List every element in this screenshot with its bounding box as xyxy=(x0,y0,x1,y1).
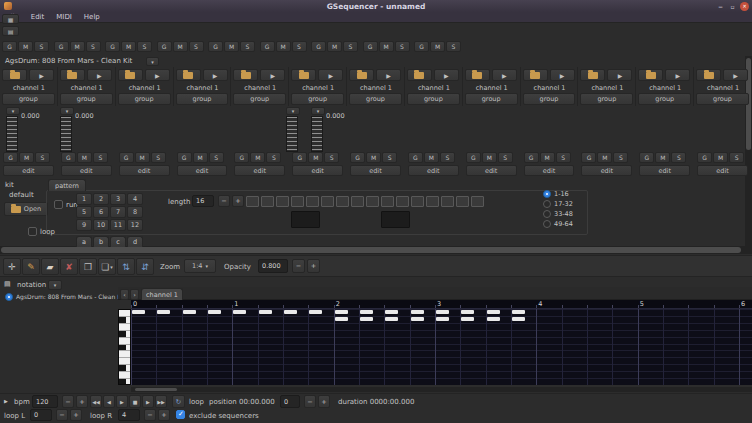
gms-g-button[interactable]: G xyxy=(414,41,429,52)
scrollbar-thumb[interactable] xyxy=(135,388,177,391)
note[interactable] xyxy=(436,317,449,321)
machines-hscrollbar[interactable] xyxy=(0,246,745,254)
gms-s-button[interactable]: S xyxy=(395,41,410,52)
note[interactable] xyxy=(411,317,424,321)
level-meter[interactable] xyxy=(311,116,323,152)
gms-s-button[interactable]: S xyxy=(324,152,339,163)
pad-button-6[interactable]: 6 xyxy=(93,206,109,218)
pattern-active-block[interactable] xyxy=(291,211,320,228)
gms-g-button[interactable]: G xyxy=(311,41,326,52)
piano-key-black[interactable] xyxy=(119,317,130,324)
group-button[interactable]: group xyxy=(291,93,344,105)
group-button[interactable]: group xyxy=(349,93,402,105)
pattern-cell[interactable] xyxy=(321,196,334,207)
open-button[interactable]: Open xyxy=(4,202,48,216)
gms-g-button[interactable]: G xyxy=(524,152,539,163)
length-minus-button[interactable]: − xyxy=(218,195,230,207)
pattern-cell[interactable] xyxy=(261,196,274,207)
group-button[interactable]: group xyxy=(233,93,286,105)
gms-s-button[interactable]: S xyxy=(556,152,571,163)
minimize-button[interactable]: − xyxy=(716,2,725,11)
gms-g-button[interactable]: G xyxy=(697,152,712,163)
zoom-select[interactable]: 1:4 ▾ xyxy=(184,259,216,273)
fader-caret-icon[interactable]: ▾ xyxy=(286,107,300,115)
group-button[interactable]: group xyxy=(523,93,576,105)
gms-m-button[interactable]: M xyxy=(366,152,381,163)
channel-play-button[interactable]: ▶ xyxy=(260,69,285,81)
menu-edit[interactable]: Edit xyxy=(26,13,50,21)
gms-s-button[interactable]: S xyxy=(93,152,108,163)
transport-expander-icon[interactable]: ▶ xyxy=(4,398,8,404)
invert-button[interactable]: ⇅ xyxy=(117,258,135,275)
note[interactable] xyxy=(157,310,170,314)
stop-button[interactable]: ■ xyxy=(129,395,141,408)
bank-radio-17-32[interactable] xyxy=(543,200,551,208)
gms-g-button[interactable]: G xyxy=(350,152,365,163)
gms-s-button[interactable]: S xyxy=(137,41,152,52)
channel-play-button[interactable]: ▶ xyxy=(203,69,228,81)
group-button[interactable]: group xyxy=(580,93,633,105)
edit-button[interactable]: edit xyxy=(3,165,54,176)
gms-s-button[interactable]: S xyxy=(671,152,686,163)
pattern-cell[interactable] xyxy=(366,196,379,207)
sample-open-button[interactable] xyxy=(2,69,27,81)
piano-key-black[interactable] xyxy=(119,345,130,352)
rewind-button[interactable]: ◀◀ xyxy=(90,395,102,408)
bank-tab-c[interactable]: c xyxy=(110,236,126,247)
channel-play-button[interactable]: ▶ xyxy=(723,69,748,81)
note[interactable] xyxy=(461,310,474,314)
loop-r-minus-button[interactable]: − xyxy=(144,409,156,421)
edit-button[interactable]: edit xyxy=(292,165,343,176)
pattern-cell[interactable] xyxy=(306,196,319,207)
pattern-cell[interactable] xyxy=(291,196,304,207)
pattern-cell[interactable] xyxy=(411,196,424,207)
gms-m-button[interactable]: M xyxy=(173,41,188,52)
notation-caret-icon[interactable]: ▾ xyxy=(48,280,62,290)
paste-button[interactable]: ❏▾ xyxy=(98,258,116,275)
tab-prev-button[interactable]: ‹ xyxy=(120,289,129,300)
channel-play-button[interactable]: ▶ xyxy=(492,69,517,81)
gms-s-button[interactable]: S xyxy=(86,41,101,52)
gms-s-button[interactable]: S xyxy=(292,41,307,52)
loop-l-value[interactable]: 0 xyxy=(30,409,52,421)
pattern-cell[interactable] xyxy=(336,196,349,207)
edit-button[interactable]: edit xyxy=(350,165,401,176)
pad-button-9[interactable]: 9 xyxy=(76,219,92,231)
loop-l-minus-button[interactable]: − xyxy=(56,409,68,421)
gms-s-button[interactable]: S xyxy=(729,152,744,163)
channel-play-button[interactable]: ▶ xyxy=(29,69,54,81)
position-plus-button[interactable]: + xyxy=(318,395,330,408)
tools-button[interactable]: ⇵ xyxy=(136,258,154,275)
opacity-plus-button[interactable]: + xyxy=(307,259,320,273)
piano-key-white[interactable] xyxy=(119,324,130,331)
gms-g-button[interactable]: G xyxy=(363,41,378,52)
edit-button[interactable]: edit xyxy=(581,165,632,176)
edit-button[interactable]: edit xyxy=(524,165,575,176)
gms-g-button[interactable]: G xyxy=(208,41,223,52)
position-minus-button[interactable]: − xyxy=(304,395,316,408)
scrollbar-thumb[interactable] xyxy=(1,247,741,253)
pattern-cell[interactable] xyxy=(381,196,394,207)
fader-caret-icon[interactable]: ▾ xyxy=(6,107,20,115)
fader-caret-icon[interactable]: ▾ xyxy=(60,107,74,115)
bank-tab-d[interactable]: d xyxy=(127,236,143,247)
loop-r-value[interactable]: 4 xyxy=(118,409,140,421)
note[interactable] xyxy=(436,310,449,314)
gms-g-button[interactable]: G xyxy=(54,41,69,52)
gms-s-button[interactable]: S xyxy=(440,152,455,163)
gms-g-button[interactable]: G xyxy=(408,152,423,163)
machine-radio[interactable] xyxy=(5,293,13,301)
pad-button-8[interactable]: 8 xyxy=(127,206,143,218)
gms-g-button[interactable]: G xyxy=(177,152,192,163)
piano-key-black[interactable] xyxy=(119,379,130,385)
gms-s-button[interactable]: S xyxy=(189,41,204,52)
pattern-cell[interactable] xyxy=(426,196,439,207)
fader-caret-icon[interactable]: ▾ xyxy=(311,107,325,115)
loop-checkbox[interactable] xyxy=(28,227,37,236)
piano-key-white[interactable] xyxy=(119,358,130,365)
gms-m-button[interactable]: M xyxy=(250,152,265,163)
sample-open-button[interactable] xyxy=(465,69,490,81)
note[interactable] xyxy=(335,310,348,314)
gms-g-button[interactable]: G xyxy=(639,152,654,163)
pad-button-11[interactable]: 11 xyxy=(110,219,126,231)
